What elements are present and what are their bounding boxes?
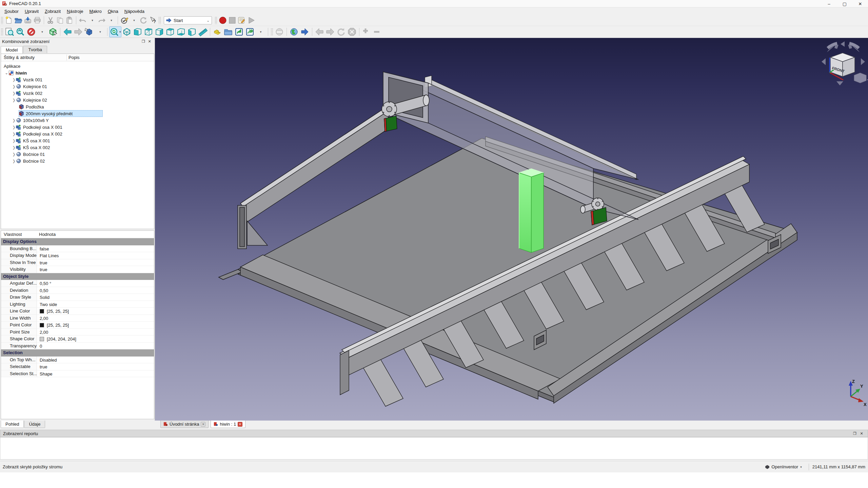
float-panel-icon[interactable]: ❐ [851, 431, 858, 436]
tree-header[interactable]: Štítky & atributy Popis [1, 54, 154, 61]
property-row[interactable]: Transparency0 [1, 343, 154, 350]
print-button[interactable] [33, 16, 42, 25]
browser-back-button[interactable] [314, 26, 325, 37]
menu-zobrazit[interactable]: Zobrazit [42, 8, 64, 15]
browser-forward-button[interactable] [325, 26, 336, 37]
redo-dropdown[interactable]: ▾ [106, 16, 116, 25]
undo-button[interactable] [78, 16, 87, 25]
whats-this-button[interactable]: ? [148, 16, 158, 25]
tree-item[interactable]: ❯Kolejnice 01 [1, 83, 154, 90]
property-row[interactable]: Visibilitytrue [1, 266, 154, 273]
save-file-button[interactable] [23, 16, 33, 25]
toolbar-grip[interactable] [1, 28, 3, 36]
tab-model[interactable]: Model [1, 46, 23, 54]
make-sub-link-dropdown[interactable]: ▾ [255, 26, 266, 37]
tab-hiwin[interactable]: hiwin : 1 ✕ [211, 421, 245, 428]
tab-udaje[interactable]: Údaje [24, 421, 45, 428]
fit-all-button[interactable] [4, 26, 15, 37]
edit-mode-button[interactable] [120, 16, 129, 25]
property-row[interactable]: Bounding B...false [1, 245, 154, 252]
open-website-button[interactable] [289, 26, 299, 37]
fit-selection-button[interactable] [15, 26, 26, 37]
view-top-button[interactable] [143, 26, 154, 37]
maximize-button[interactable]: ▢ [837, 0, 852, 7]
expander-open-icon[interactable]: ⌄ [4, 71, 8, 75]
tree-root-aplikace[interactable]: Aplikace [1, 63, 154, 69]
menu-soubor[interactable]: Soubor [1, 8, 22, 15]
tree-item[interactable]: ❯Vozík 002 [1, 90, 154, 97]
property-row[interactable]: Deviation0,50 [1, 287, 154, 294]
box-selection-button[interactable] [47, 26, 58, 37]
float-panel-icon[interactable]: ❐ [140, 39, 146, 44]
refresh-button[interactable] [139, 16, 148, 25]
tree-item[interactable]: ❯KŠ osa X 002 [1, 144, 154, 151]
make-sub-link-button[interactable] [244, 26, 255, 37]
close-button[interactable]: ✕ [852, 0, 868, 7]
minimize-button[interactable]: – [821, 0, 837, 7]
tab-tvorba[interactable]: Tvorba [23, 46, 47, 53]
sync-camera-button[interactable]: ▾ [109, 26, 121, 37]
open-file-button[interactable] [14, 16, 23, 25]
nav-forward-button[interactable] [73, 26, 84, 37]
view-bottom-button[interactable] [176, 26, 186, 37]
zoom-in-button[interactable] [361, 26, 372, 37]
edit-mode-dropdown[interactable]: ▾ [129, 16, 139, 25]
close-panel-icon[interactable]: ✕ [858, 431, 865, 436]
property-header[interactable]: Vlastnost Hodnota [1, 231, 154, 238]
view-left-button[interactable] [186, 26, 197, 37]
browser-refresh-button[interactable] [336, 26, 347, 37]
report-view-content[interactable] [0, 437, 868, 460]
tree-item[interactable]: ❯KŠ osa X 001 [1, 137, 154, 144]
title-bar[interactable]: FreeCAD 0.20.1 – ▢ ✕ [0, 0, 868, 7]
nav-back-button[interactable] [62, 26, 73, 37]
copy-button[interactable] [55, 16, 65, 25]
isometric-view-dropdown[interactable]: ▾ [95, 26, 105, 37]
tree-item[interactable]: ❯Bočnice 01 [1, 151, 154, 158]
workbench-selector[interactable]: Start ⌄ [164, 16, 212, 24]
isometric-view-button[interactable] [84, 26, 95, 37]
view-front-button[interactable] [132, 26, 143, 37]
tree-item[interactable]: ❯Podkolejí osa X 001 [1, 124, 154, 130]
tab-uvodni-stranka[interactable]: Úvodní stránka ✕ [160, 421, 209, 428]
toolbar-grip[interactable] [1, 17, 3, 24]
new-file-button[interactable] [4, 16, 14, 25]
menu-makro[interactable]: Makro [86, 8, 105, 15]
paste-button[interactable] [65, 16, 74, 25]
property-row[interactable]: Selectabletrue [1, 363, 154, 370]
close-panel-icon[interactable]: ✕ [146, 39, 153, 44]
report-view-titlebar[interactable]: Zobrazení reportu ❐ ✕ [0, 430, 868, 437]
property-row[interactable]: LightingTwo side [1, 301, 154, 308]
menu-okna[interactable]: Okna [105, 8, 121, 15]
menu-napoveda[interactable]: Nápověda [121, 8, 147, 15]
property-row[interactable]: Line Color[25, 25, 25] [1, 308, 154, 315]
tree-item[interactable]: ❯Bočnice 02 [1, 158, 154, 164]
tree-item[interactable]: ❯Podkolejí osa X 002 [1, 130, 154, 137]
make-link-button[interactable] [234, 26, 244, 37]
zoom-out-button[interactable] [372, 26, 383, 37]
left-carriage-block[interactable] [384, 116, 397, 131]
view-rear-button[interactable] [165, 26, 176, 37]
measure-distance-button[interactable] [197, 26, 208, 37]
draw-style-dropdown[interactable]: ▾ [37, 26, 47, 37]
undo-dropdown[interactable]: ▾ [87, 16, 97, 25]
browser-go-button[interactable] [299, 26, 310, 37]
macro-play-button[interactable] [246, 16, 256, 25]
selected-object-200mm[interactable] [519, 169, 544, 252]
browser-stop-button[interactable] [347, 26, 357, 37]
property-row[interactable]: On Top Wh...Disabled [1, 357, 154, 364]
3d-viewport[interactable]: FRONT Z Y X [155, 38, 868, 421]
tab-pohled[interactable]: Pohled [1, 421, 24, 428]
menu-nastroje[interactable]: Nástroje [64, 8, 86, 15]
tree-item[interactable]: ❯Vozík 001 [1, 76, 154, 83]
macro-stop-button[interactable] [228, 16, 237, 25]
property-row[interactable]: Draw StyleSolid [1, 294, 154, 301]
web-page-button[interactable] [274, 26, 285, 37]
combo-view-titlebar[interactable]: Kombinované zobrazení ❐ ✕ [0, 38, 155, 45]
create-part-button[interactable] [212, 26, 223, 37]
view-right-button[interactable] [154, 26, 165, 37]
create-group-button[interactable] [223, 26, 234, 37]
nav-style-selector[interactable]: OpenInventor ▾ [765, 464, 802, 469]
macro-edit-button[interactable] [237, 16, 246, 25]
tree-item-selected[interactable]: 200mm vysoký předmět [1, 110, 154, 117]
tree-item[interactable]: ❯Kolejnice 02 [1, 97, 154, 103]
